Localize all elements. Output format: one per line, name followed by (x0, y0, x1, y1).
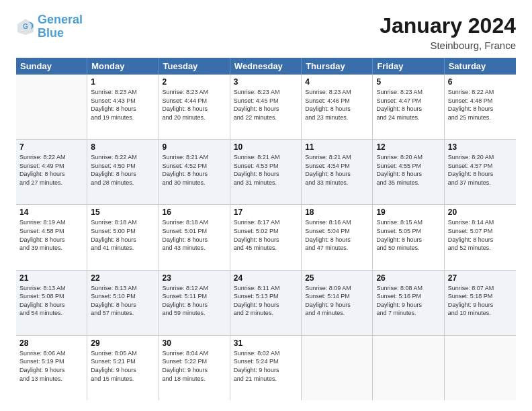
cell-empty-5b (373, 336, 444, 400)
logo-line2: Blue (38, 26, 64, 40)
cell-jan-18: 18 Sunrise: 8:16 AMSunset: 5:04 PMDaylig… (302, 205, 373, 269)
week-row-4: 21 Sunrise: 8:13 AMSunset: 5:08 PMDaylig… (16, 271, 516, 336)
cell-jan-19: 19 Sunrise: 8:15 AMSunset: 5:05 PMDaylig… (373, 205, 444, 269)
cell-jan-17: 17 Sunrise: 8:17 AMSunset: 5:02 PMDaylig… (230, 205, 302, 269)
week-row-2: 7 Sunrise: 8:22 AMSunset: 4:49 PMDayligh… (16, 140, 516, 205)
header: G General Blue January 2024 Steinbourg, … (16, 13, 516, 51)
cell-jan-16: 16 Sunrise: 8:18 AMSunset: 5:01 PMDaylig… (159, 205, 230, 269)
week-row-1: 1 Sunrise: 8:23 AMSunset: 4:43 PMDayligh… (16, 75, 516, 140)
cell-empty-5a (302, 336, 373, 400)
calendar: Sunday Monday Tuesday Wednesday Thursday… (16, 58, 516, 400)
header-sunday: Sunday (16, 58, 87, 75)
main-title: January 2024 (380, 13, 516, 38)
cell-jan-9: 9 Sunrise: 8:21 AMSunset: 4:52 PMDayligh… (159, 140, 230, 204)
cell-jan-28: 28 Sunrise: 8:06 AMSunset: 5:19 PMDaylig… (16, 336, 87, 400)
cell-jan-10: 10 Sunrise: 8:21 AMSunset: 4:53 PMDaylig… (230, 140, 302, 204)
cell-jan-23: 23 Sunrise: 8:12 AMSunset: 5:11 PMDaylig… (159, 271, 230, 335)
cell-empty-5c (445, 336, 516, 400)
page: G General Blue January 2024 Steinbourg, … (0, 0, 532, 411)
subtitle: Steinbourg, France (380, 40, 516, 51)
cell-jan-3: 3 Sunrise: 8:23 AMSunset: 4:45 PMDayligh… (230, 75, 302, 139)
svg-text:G: G (23, 22, 28, 30)
cell-jan-6: 6 Sunrise: 8:22 AMSunset: 4:48 PMDayligh… (445, 75, 516, 139)
logo: G General Blue (16, 13, 83, 40)
cell-jan-24: 24 Sunrise: 8:11 AMSunset: 5:13 PMDaylig… (230, 271, 302, 335)
logo-text-block: General Blue (38, 13, 83, 40)
header-friday: Friday (373, 58, 444, 75)
logo-name: General Blue (38, 13, 83, 40)
cell-jan-26: 26 Sunrise: 8:08 AMSunset: 5:16 PMDaylig… (373, 271, 444, 335)
header-monday: Monday (87, 58, 159, 75)
cell-jan-20: 20 Sunrise: 8:14 AMSunset: 5:07 PMDaylig… (445, 205, 516, 269)
cell-empty-1 (16, 75, 87, 139)
cell-jan-27: 27 Sunrise: 8:07 AMSunset: 5:18 PMDaylig… (445, 271, 516, 335)
cell-jan-31: 31 Sunrise: 8:02 AMSunset: 5:24 PMDaylig… (230, 336, 302, 400)
cell-jan-15: 15 Sunrise: 8:18 AMSunset: 5:00 PMDaylig… (87, 205, 159, 269)
week-row-5: 28 Sunrise: 8:06 AMSunset: 5:19 PMDaylig… (16, 336, 516, 400)
cell-jan-13: 13 Sunrise: 8:20 AMSunset: 4:57 PMDaylig… (445, 140, 516, 204)
cell-jan-2: 2 Sunrise: 8:23 AMSunset: 4:44 PMDayligh… (159, 75, 230, 139)
title-block: January 2024 Steinbourg, France (380, 13, 516, 51)
calendar-body: 1 Sunrise: 8:23 AMSunset: 4:43 PMDayligh… (16, 75, 516, 400)
week-row-3: 14 Sunrise: 8:19 AMSunset: 4:58 PMDaylig… (16, 205, 516, 270)
cell-jan-7: 7 Sunrise: 8:22 AMSunset: 4:49 PMDayligh… (16, 140, 87, 204)
header-wednesday: Wednesday (230, 58, 302, 75)
cell-jan-22: 22 Sunrise: 8:13 AMSunset: 5:10 PMDaylig… (87, 271, 159, 335)
cell-jan-4: 4 Sunrise: 8:23 AMSunset: 4:46 PMDayligh… (302, 75, 373, 139)
cell-jan-30: 30 Sunrise: 8:04 AMSunset: 5:22 PMDaylig… (159, 336, 230, 400)
cell-jan-12: 12 Sunrise: 8:20 AMSunset: 4:55 PMDaylig… (373, 140, 444, 204)
cell-jan-21: 21 Sunrise: 8:13 AMSunset: 5:08 PMDaylig… (16, 271, 87, 335)
header-thursday: Thursday (302, 58, 373, 75)
header-saturday: Saturday (445, 58, 516, 75)
cell-jan-11: 11 Sunrise: 8:21 AMSunset: 4:54 PMDaylig… (302, 140, 373, 204)
cell-jan-14: 14 Sunrise: 8:19 AMSunset: 4:58 PMDaylig… (16, 205, 87, 269)
cell-jan-25: 25 Sunrise: 8:09 AMSunset: 5:14 PMDaylig… (302, 271, 373, 335)
cell-jan-29: 29 Sunrise: 8:05 AMSunset: 5:21 PMDaylig… (87, 336, 159, 400)
logo-icon: G (16, 17, 35, 36)
cell-jan-5: 5 Sunrise: 8:23 AMSunset: 4:47 PMDayligh… (373, 75, 444, 139)
calendar-header: Sunday Monday Tuesday Wednesday Thursday… (16, 58, 516, 75)
header-tuesday: Tuesday (159, 58, 230, 75)
cell-jan-1: 1 Sunrise: 8:23 AMSunset: 4:43 PMDayligh… (87, 75, 159, 139)
cell-jan-8: 8 Sunrise: 8:22 AMSunset: 4:50 PMDayligh… (87, 140, 159, 204)
logo-line1: General (38, 13, 83, 26)
